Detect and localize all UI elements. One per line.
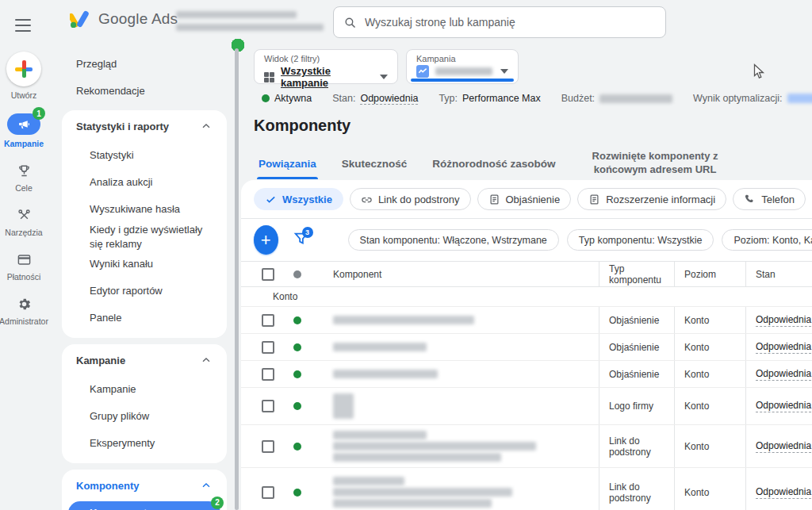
asset-type-cell: Link do podstrony <box>599 425 674 467</box>
row-checkbox[interactable] <box>262 440 274 453</box>
col-header-component[interactable]: Komponent <box>314 269 599 280</box>
sidebar-section-stats-header[interactable]: Statystyki i raporty <box>62 110 227 142</box>
sidebar-item[interactable]: Kampanie <box>62 376 227 403</box>
table-row[interactable]: Objaśnienie Konto Odpowiednia <box>241 361 812 388</box>
asset-status-cell[interactable]: Odpowiednia <box>756 341 811 354</box>
add-asset-button[interactable]: + <box>254 225 278 255</box>
sidebar-item[interactable]: Edytor raportów <box>62 278 227 305</box>
asset-status-cell[interactable]: Odpowiednia <box>756 400 811 412</box>
brand-text: Google Ads <box>98 10 178 28</box>
google-ads-logo[interactable]: Google Ads <box>70 10 178 29</box>
sidebar-item-recommendations[interactable]: Rekomendacje <box>48 77 241 104</box>
asset-status-cell[interactable]: Odpowiednia <box>756 440 811 453</box>
search-input[interactable] <box>365 16 656 29</box>
sidebar-item[interactable]: Grupy plików <box>62 403 227 430</box>
asset-name-redacted <box>314 393 599 419</box>
filter-chip[interactable]: Typ komponentu: Wszystkie <box>567 229 714 251</box>
phone-icon <box>744 194 756 205</box>
rail-item-tools[interactable]: Narzędzia <box>0 206 48 237</box>
tab[interactable]: Powiązania <box>247 145 327 182</box>
filter-count-badge: 3 <box>302 227 313 238</box>
sidebar-item[interactable]: Komponenty2 <box>68 501 220 510</box>
asset-name-redacted <box>314 474 599 510</box>
asset-status-cell[interactable]: Odpowiednia <box>756 368 811 381</box>
tab[interactable]: Skuteczność <box>331 145 419 182</box>
asset-status-cell[interactable]: Odpowiednia <box>756 314 811 327</box>
row-checkbox[interactable] <box>262 368 274 381</box>
row-checkbox[interactable] <box>262 486 274 499</box>
plus-icon <box>6 52 41 86</box>
sidebar-item[interactable]: Statystyki <box>62 142 227 169</box>
table-group-row: Konto <box>241 287 812 307</box>
campaign-selector[interactable]: Kampania <box>406 49 519 84</box>
chip-label: Rozszerzenie informacji <box>606 194 715 205</box>
sidebar-item[interactable]: Analiza aukcji <box>62 169 227 196</box>
sidebar-item[interactable]: Kiedy i gdzie wyświetlały się reklamy <box>62 223 227 251</box>
tab[interactable]: Rozwinięte komponenty z końcowym adresem… <box>570 145 741 182</box>
sidebar-item[interactable]: Wyniki kanału <box>62 251 227 278</box>
section-title: Kampanie <box>76 355 125 366</box>
asset-type-chip[interactable]: Rozszerzenie informacji <box>577 188 726 210</box>
chevron-up-icon <box>200 479 213 492</box>
check-icon <box>265 194 277 205</box>
sidebar-item-label: Eksperymenty <box>90 436 155 451</box>
asset-type-chip[interactable]: Link do podstrony <box>350 188 471 210</box>
sidebar-section-assets-header[interactable]: Komponenty <box>62 470 227 501</box>
caret-down-icon <box>380 75 388 79</box>
asset-type-chip[interactable]: Telefon <box>733 188 806 210</box>
asset-level-cell: Konto <box>674 468 745 510</box>
col-header-type[interactable]: Typ komponentu <box>599 262 674 286</box>
table-row[interactable]: Objaśnienie Konto Odpowiednia <box>241 307 812 334</box>
sidebar-item[interactable]: Wyszukiwane hasła <box>62 196 227 223</box>
filter-chip[interactable]: Poziom: Konto, Kampania i jeszcze 1 <box>722 229 812 251</box>
stan-value[interactable]: Odpowiednia <box>360 93 418 105</box>
group-label: Konto <box>241 291 812 302</box>
filter-chip-label: Poziom: Konto, Kampania i jeszcze 1 <box>733 235 812 246</box>
col-header-status[interactable]: Stan <box>745 262 812 286</box>
asset-type-cell: Objaśnienie <box>599 307 674 333</box>
row-checkbox[interactable] <box>262 400 274 412</box>
row-checkbox[interactable] <box>262 314 274 327</box>
table-action-row: + 3 Stan komponentu: Włączone, Wstrzyman… <box>241 219 812 261</box>
sidebar-item-overview[interactable]: Przegląd <box>48 50 241 77</box>
sidebar-item-label: Kiedy i gdzie wyświetlały się reklamy <box>90 223 216 251</box>
col-header-level[interactable]: Poziom <box>674 262 745 286</box>
menu-icon[interactable] <box>15 15 31 28</box>
view-selector[interactable]: Widok (2 filtry) Wszystkie kampanie <box>254 49 398 84</box>
performance-chart-icon <box>416 65 429 78</box>
table-row[interactable]: Logo firmy Konto Odpowiednia <box>241 388 812 425</box>
filter-button[interactable]: 3 <box>293 230 310 251</box>
view-selector-label: Widok (2 filtry) <box>264 54 388 63</box>
sidebar-item-label: Statystyki <box>90 148 134 163</box>
rail-item-campaigns[interactable]: 1 Kampanie <box>0 113 48 148</box>
chevron-up-icon <box>200 354 213 366</box>
table-row[interactable]: Link do podstrony Konto Odpowiednia <box>241 468 812 510</box>
asset-type-chip[interactable]: Wszystkie <box>254 188 343 210</box>
rail-item-create[interactable]: Utwórz <box>0 52 48 100</box>
asset-level-cell: Konto <box>674 334 745 360</box>
sidebar-item-label: Wyniki kanału <box>90 257 153 271</box>
asset-status-cell[interactable]: Odpowiednia <box>756 486 811 499</box>
grid-icon <box>264 72 274 82</box>
tab[interactable]: Różnorodność zasobów <box>421 145 566 182</box>
rail-item-admin[interactable]: Administrator <box>2 295 46 326</box>
section-title: Komponenty <box>76 480 139 492</box>
row-checkbox[interactable] <box>262 341 274 354</box>
asset-type-chip[interactable]: Objaśnienie <box>477 188 572 210</box>
table-row[interactable]: Objaśnienie Konto Odpowiednia <box>241 334 812 361</box>
rail-item-goals[interactable]: Cele <box>0 162 48 193</box>
global-search[interactable] <box>333 6 666 38</box>
sidebar-scrollbar[interactable] <box>235 48 239 510</box>
sidebar-item[interactable]: Eksperymenty <box>62 430 227 457</box>
sidebar-section-campaigns-header[interactable]: Kampanie <box>62 344 227 376</box>
table-row[interactable]: Link do podstrony Konto Odpowiednia <box>241 425 812 468</box>
sidebar-item[interactable]: Panele <box>62 305 227 332</box>
chip-label: Wszystkie <box>282 194 332 205</box>
rail-label: Kampanie <box>4 139 44 148</box>
asset-name-redacted <box>314 313 599 327</box>
asset-type-chips: WszystkieLink do podstronyObjaśnienieRoz… <box>241 180 812 219</box>
filter-chip[interactable]: Stan komponentu: Włączone, Wstrzymane <box>348 229 559 251</box>
rail-item-billing[interactable]: Płatności <box>0 251 48 282</box>
select-all-checkbox[interactable] <box>262 268 274 281</box>
status-dot-green <box>262 94 270 102</box>
